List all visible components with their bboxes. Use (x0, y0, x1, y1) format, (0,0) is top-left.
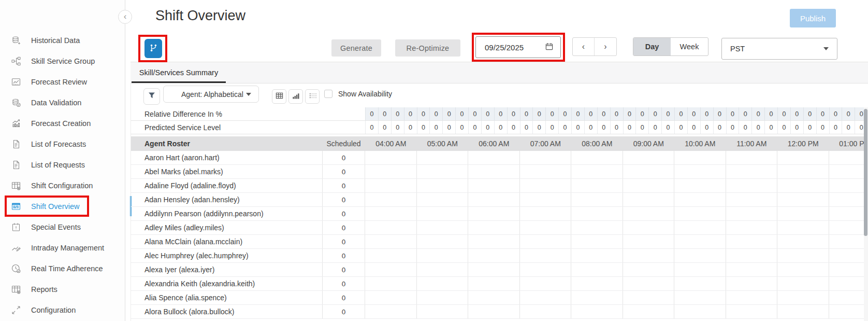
sidebar-item-intraday-management[interactable]: Intraday Management (0, 238, 125, 258)
agent-hour-cell[interactable] (520, 179, 572, 192)
agent-hour-cell[interactable] (571, 165, 623, 178)
agent-hour-cell[interactable] (520, 291, 572, 304)
agent-hour-cell[interactable] (468, 291, 520, 304)
sidebar-collapse-button[interactable]: ‹ (118, 10, 132, 24)
agent-hour-cell[interactable] (623, 291, 675, 304)
agent-hour-cell[interactable] (520, 249, 572, 262)
agent-hour-cell[interactable] (726, 207, 778, 220)
sidebar-item-reports[interactable]: Reports (0, 279, 125, 300)
agent-hour-cell[interactable] (365, 263, 417, 276)
prev-day-button[interactable]: ‹ (573, 38, 595, 55)
agent-hour-cell[interactable] (571, 263, 623, 276)
agent-hour-cell[interactable] (777, 207, 829, 220)
agent-hour-cell[interactable] (520, 263, 572, 276)
agent-row-alec-humphrey[interactable]: Alec Humphrey (alec.humphrey)0 (131, 249, 868, 263)
sidebar-item-special-events[interactable]: Special Events (0, 217, 125, 238)
chart-view-button[interactable] (288, 89, 303, 104)
agent-hour-cell[interactable] (571, 305, 623, 318)
agent-hour-cell[interactable] (674, 221, 726, 234)
show-availability-checkbox[interactable] (324, 90, 332, 98)
sidebar-item-real-time-adherence[interactable]: Real Time Adherence (0, 258, 125, 279)
reoptimize-button[interactable]: Re-Optimize (395, 39, 460, 57)
agent-hour-cell[interactable] (829, 207, 868, 220)
sidebar-item-skill-service-group[interactable]: Skill Service Group (0, 51, 125, 72)
agent-hour-cell[interactable] (829, 277, 868, 290)
agent-hour-cell[interactable] (417, 193, 469, 206)
agent-hour-cell[interactable] (674, 193, 726, 206)
agent-hour-cell[interactable] (468, 277, 520, 290)
agent-hour-cell[interactable] (777, 263, 829, 276)
agent-hour-cell[interactable] (365, 249, 417, 262)
agent-hour-cell[interactable] (417, 235, 469, 248)
generate-button[interactable]: Generate (331, 39, 381, 57)
agent-hour-cell[interactable] (674, 277, 726, 290)
sidebar-item-configuration[interactable]: Configuration (0, 300, 125, 320)
agent-hour-cell[interactable] (571, 151, 623, 164)
publish-button[interactable]: Publish (790, 9, 836, 27)
agent-hour-cell[interactable] (417, 291, 469, 304)
branch-button[interactable] (144, 39, 162, 58)
sidebar-item-data-validation[interactable]: Data Validation (0, 92, 125, 113)
agent-hour-cell[interactable] (365, 291, 417, 304)
agent-hour-cell[interactable] (674, 249, 726, 262)
agent-row-alana-mcclain[interactable]: Alana McClain (alana.mcclain)0 (131, 235, 868, 249)
agent-hour-cell[interactable] (365, 305, 417, 318)
agent-hour-cell[interactable] (829, 193, 868, 206)
next-day-button[interactable]: › (595, 38, 616, 55)
agent-hour-cell[interactable] (726, 277, 778, 290)
agent-hour-cell[interactable] (417, 151, 469, 164)
agent-hour-cell[interactable] (417, 249, 469, 262)
agent-hour-cell[interactable] (417, 277, 469, 290)
sidebar-item-list-of-requests[interactable]: List of Requests (0, 155, 125, 175)
agent-hour-cell[interactable] (674, 305, 726, 318)
agent-hour-cell[interactable] (520, 235, 572, 248)
tab-skill-services-summary[interactable]: Skill/Services Summary (132, 62, 226, 83)
sidebar-item-historical-data[interactable]: Historical Data (0, 30, 125, 51)
agent-hour-cell[interactable] (365, 179, 417, 192)
agent-hour-cell[interactable] (674, 263, 726, 276)
agent-hour-cell[interactable] (571, 249, 623, 262)
agent-hour-cell[interactable] (623, 235, 675, 248)
agent-hour-cell[interactable] (571, 221, 623, 234)
agent-hour-cell[interactable] (417, 165, 469, 178)
agent-hour-cell[interactable] (520, 165, 572, 178)
agent-row-adaline-floyd[interactable]: Adaline Floyd (adaline.floyd)0 (131, 179, 868, 193)
agent-hour-cell[interactable] (520, 193, 572, 206)
agent-hour-cell[interactable] (829, 291, 868, 304)
agent-hour-cell[interactable] (777, 305, 829, 318)
agent-row-alia-spence[interactable]: Alia Spence (alia.spence)0 (131, 291, 868, 305)
agent-hour-cell[interactable] (777, 249, 829, 262)
agent-hour-cell[interactable] (520, 277, 572, 290)
agent-hour-cell[interactable] (417, 263, 469, 276)
agent-hour-cell[interactable] (571, 193, 623, 206)
agent-hour-cell[interactable] (777, 151, 829, 164)
agent-hour-cell[interactable] (726, 179, 778, 192)
agent-hour-cell[interactable] (623, 263, 675, 276)
agent-row-alexa-iyer[interactable]: Alexa Iyer (alexa.iyer)0 (131, 263, 868, 277)
agent-hour-cell[interactable] (777, 193, 829, 206)
agent-hour-cell[interactable] (674, 151, 726, 164)
heatmap-view-button[interactable] (305, 89, 320, 104)
agent-hour-cell[interactable] (726, 221, 778, 234)
sidebar-item-list-of-forecasts[interactable]: List of Forecasts (0, 134, 125, 155)
agent-hour-cell[interactable] (726, 235, 778, 248)
agent-hour-cell[interactable] (777, 235, 829, 248)
agent-row-alexandria-keith[interactable]: Alexandria Keith (alexandria.keith)0 (131, 277, 868, 291)
agent-hour-cell[interactable] (365, 235, 417, 248)
calendar-icon[interactable] (545, 43, 553, 52)
table-view-button[interactable] (272, 89, 286, 104)
agent-hour-cell[interactable] (365, 151, 417, 164)
agent-hour-cell[interactable] (623, 165, 675, 178)
date-input[interactable]: 09/25/2025 (475, 36, 561, 58)
agent-hour-cell[interactable] (571, 179, 623, 192)
agent-hour-cell[interactable] (777, 277, 829, 290)
agent-hour-cell[interactable] (777, 291, 829, 304)
agent-hour-cell[interactable] (777, 221, 829, 234)
agent-row-abel-marks[interactable]: Abel Marks (abel.marks)0 (131, 165, 868, 179)
agent-hour-cell[interactable] (468, 207, 520, 220)
toggle-week[interactable]: Week (671, 38, 708, 55)
agent-hour-cell[interactable] (623, 179, 675, 192)
agent-hour-cell[interactable] (468, 221, 520, 234)
agent-hour-cell[interactable] (417, 179, 469, 192)
vertical-scrollbar-thumb[interactable] (864, 109, 867, 236)
